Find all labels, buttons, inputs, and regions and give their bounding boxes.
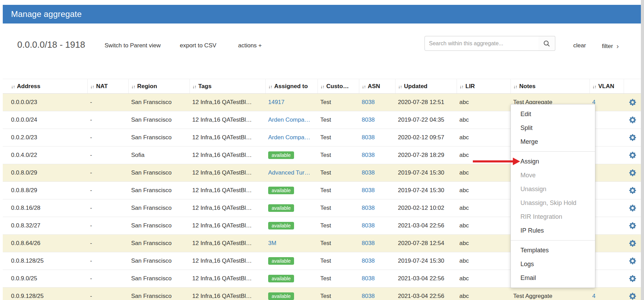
asn-link[interactable]: 8038 — [362, 293, 375, 299]
table-row[interactable]: 0.0.9.128/25 - San Franscisco 12 Infra,1… — [3, 288, 641, 300]
menu-item-logs[interactable]: Logs — [511, 257, 595, 271]
assigned-to-value[interactable]: available — [268, 151, 294, 159]
asn-link[interactable]: 8038 — [362, 116, 375, 123]
cell-tags: 12 Infra,16 QATestBl… — [189, 111, 265, 129]
assigned-to-value[interactable]: available — [268, 187, 294, 195]
col-header-vlan[interactable]: ↓↑VLAN — [589, 79, 624, 94]
cell-nat: - — [87, 147, 128, 164]
cell-asn: 8038 — [359, 147, 395, 164]
gear-icon[interactable] — [629, 169, 636, 176]
col-header-lir[interactable]: ↓↑LIR — [457, 79, 510, 94]
cell-asn: 8038 — [359, 270, 395, 288]
menu-item-move: Move — [511, 168, 595, 182]
cell-tags: 12 Infra,16 QATestBl… — [189, 199, 265, 217]
col-header-notes[interactable]: ↓↑Notes — [510, 79, 589, 94]
asn-link[interactable]: 8038 — [362, 257, 375, 264]
cell-address: 0.0.8.128/25 — [3, 252, 87, 270]
cell-updated: 2019-07-24 15:30 — [395, 164, 457, 182]
cell-actions — [624, 147, 641, 164]
gear-icon[interactable] — [629, 187, 636, 194]
asn-link[interactable]: 8038 — [362, 222, 375, 229]
cell-customer: Test — [318, 252, 359, 270]
assigned-to-value[interactable]: Advanced Tur… — [268, 169, 310, 176]
assigned-to-value[interactable]: available — [268, 222, 294, 230]
cell-assigned-to: Arden Compa… — [265, 111, 318, 129]
asn-link[interactable]: 8038 — [362, 187, 375, 194]
gear-icon[interactable] — [629, 116, 636, 123]
col-header-customer[interactable]: ↓↑Custo… — [318, 79, 359, 94]
asn-link[interactable]: 8038 — [362, 240, 375, 246]
menu-item-merge[interactable]: Merge — [511, 135, 595, 149]
cell-actions — [624, 199, 641, 217]
cell-lir: abc — [457, 199, 510, 217]
filter-link[interactable]: filter› — [602, 42, 619, 50]
clear-link[interactable]: clear — [573, 42, 586, 49]
col-header-tags[interactable]: ↓↑Tags — [189, 79, 265, 94]
scrollbar[interactable] — [641, 0, 644, 300]
gear-icon[interactable] — [629, 257, 636, 264]
assigned-to-value[interactable]: 3M — [268, 240, 276, 246]
menu-item-ip-rules[interactable]: IP Rules — [511, 224, 595, 237]
cell-address: 0.0.8.0/29 — [3, 164, 87, 182]
assigned-to-value[interactable]: Arden Compa… — [268, 116, 310, 123]
col-header-updated[interactable]: ↓↑Updated — [395, 79, 457, 94]
col-header-nat[interactable]: ↓↑NAT — [87, 79, 128, 94]
menu-item-templates[interactable]: Templates — [511, 243, 595, 257]
cell-assigned-to: 14917 — [265, 94, 318, 111]
asn-link[interactable]: 8038 — [362, 169, 375, 176]
col-header-region[interactable]: ↓↑Region — [128, 79, 189, 94]
cell-actions — [624, 111, 641, 129]
cell-vlan: 4 — [589, 288, 624, 300]
asn-link[interactable]: 8038 — [362, 205, 375, 211]
assigned-to-value[interactable]: Arden Compa… — [268, 134, 310, 141]
cell-assigned-to: available — [265, 288, 318, 300]
asn-link[interactable]: 8038 — [362, 99, 375, 105]
cell-nat: - — [87, 252, 128, 270]
cell-asn: 8038 — [359, 94, 395, 111]
switch-parent-view-link[interactable]: Switch to Parent view — [105, 42, 161, 49]
cell-region: San Franscisco — [128, 252, 189, 270]
menu-item-edit[interactable]: Edit — [511, 107, 595, 121]
gear-icon[interactable] — [629, 275, 636, 282]
vlan-link[interactable]: 4 — [592, 293, 595, 299]
export-csv-link[interactable]: export to CSV — [180, 42, 216, 49]
assigned-to-value[interactable]: available — [268, 204, 294, 212]
cell-asn: 8038 — [359, 182, 395, 199]
cell-customer: Test — [318, 182, 359, 199]
cell-customer: Test — [318, 111, 359, 129]
assigned-to-value[interactable]: available — [268, 257, 294, 265]
gear-icon[interactable] — [629, 205, 636, 212]
actions-menu-link[interactable]: actions + — [238, 42, 262, 49]
gear-icon[interactable] — [629, 240, 636, 247]
assigned-to-value[interactable]: available — [268, 275, 294, 283]
cell-actions — [624, 164, 641, 182]
col-header-assigned-to[interactable]: ↓↑Assigned to — [265, 79, 318, 94]
gear-icon[interactable] — [629, 152, 636, 159]
gear-icon[interactable] — [629, 134, 636, 141]
menu-item-split[interactable]: Split — [511, 121, 595, 135]
col-label: NAT — [96, 83, 108, 90]
col-header-asn[interactable]: ↓↑ASN — [359, 79, 395, 94]
gear-icon[interactable] — [629, 222, 636, 229]
asn-link[interactable]: 8038 — [362, 152, 375, 158]
cell-tags: 12 Infra,16 QATestBl… — [189, 94, 265, 111]
cell-lir: abc — [457, 111, 510, 129]
gear-icon[interactable] — [629, 99, 636, 106]
pointer-arrow-icon — [473, 160, 513, 162]
cell-assigned-to: available — [265, 182, 318, 199]
cell-asn: 8038 — [359, 217, 395, 235]
assigned-to-value[interactable]: available — [268, 292, 294, 300]
cell-customer: Test — [318, 199, 359, 217]
gear-icon[interactable] — [629, 293, 636, 300]
search-input[interactable] — [425, 36, 539, 51]
cell-lir: abc — [457, 270, 510, 288]
asn-link[interactable]: 8038 — [362, 275, 375, 282]
menu-item-assign[interactable]: Assign — [511, 154, 595, 168]
cell-assigned-to: Arden Compa… — [265, 129, 318, 147]
col-header-address[interactable]: ↓↑Address — [3, 79, 87, 94]
assigned-to-value[interactable]: 14917 — [268, 99, 284, 105]
asn-link[interactable]: 8038 — [362, 134, 375, 141]
menu-item-email[interactable]: Email — [511, 271, 595, 285]
cell-nat: - — [87, 199, 128, 217]
search-button[interactable] — [538, 36, 555, 51]
